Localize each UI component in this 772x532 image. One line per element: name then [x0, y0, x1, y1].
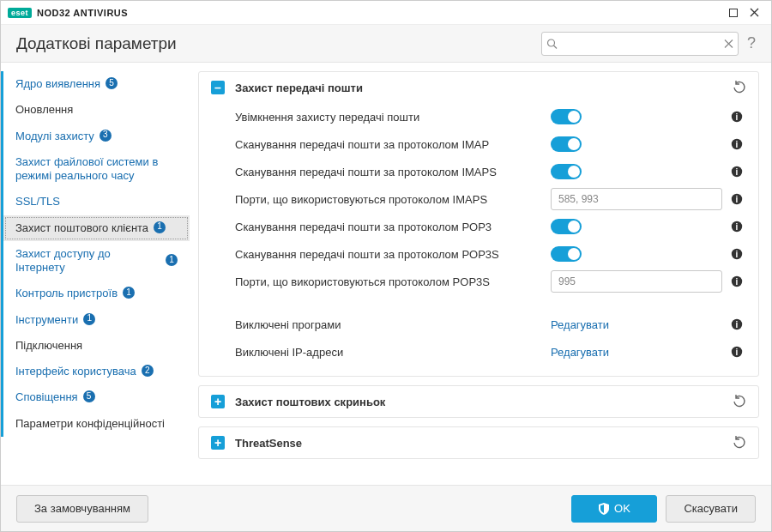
info-button[interactable]: i: [731, 248, 746, 260]
ok-button-label: OK: [614, 502, 630, 515]
panel-header[interactable]: Захист передачі пошти: [199, 72, 758, 103]
sidebar-item-connection[interactable]: Підключення: [3, 333, 190, 359]
sidebar-badge: 1: [166, 254, 178, 266]
sidebar-item-label: Ядро виявлення: [15, 77, 100, 91]
revert-button[interactable]: [733, 395, 746, 408]
revert-button[interactable]: [733, 81, 746, 94]
sidebar-item-label: Захист поштового клієнта: [15, 221, 148, 235]
setting-label-imaps-ports: Порти, що використовуються протоколом IM…: [235, 193, 542, 206]
sidebar-item-update[interactable]: Оновлення: [3, 97, 190, 123]
sidebar-badge: 2: [142, 365, 154, 377]
clear-search-icon[interactable]: [724, 39, 733, 48]
sidebar-item-web-access[interactable]: Захист доступу до Інтернету 1: [3, 241, 190, 281]
info-icon: i: [731, 346, 743, 358]
panel-title: Захист передачі пошти: [235, 82, 733, 94]
search-box[interactable]: [541, 32, 739, 56]
edit-excluded-ips-link[interactable]: Редагувати: [551, 346, 609, 359]
panel-threatsense: ThreatSense: [198, 426, 759, 459]
info-button[interactable]: i: [731, 275, 746, 287]
sidebar-badge: 1: [154, 221, 166, 233]
sidebar-item-device-control[interactable]: Контроль пристроїв 1: [3, 281, 190, 306]
undo-icon: [733, 81, 746, 94]
info-icon: i: [731, 275, 743, 287]
maximize-button[interactable]: [723, 3, 744, 23]
sidebar-item-ssl-tls[interactable]: SSL/TLS: [3, 189, 190, 215]
toggle-scan-pop3[interactable]: [551, 219, 582, 234]
setting-label-pop3s-ports: Порти, що використовуються протоколом PO…: [235, 275, 542, 288]
svg-rect-0: [730, 9, 738, 16]
info-button[interactable]: i: [731, 346, 746, 358]
info-button[interactable]: i: [731, 318, 746, 330]
sidebar-item-privacy[interactable]: Параметри конфіденційності: [3, 411, 190, 437]
sidebar-badge: 1: [123, 287, 135, 299]
toggle-scan-pop3s[interactable]: [551, 246, 582, 262]
sidebar-item-label: Захист доступу до Інтернету: [15, 247, 160, 275]
cancel-button[interactable]: Скасувати: [666, 495, 756, 523]
sidebar-badge: 1: [83, 313, 95, 325]
sidebar-item-tools[interactable]: Інструменти 1: [3, 307, 190, 333]
info-button[interactable]: i: [731, 138, 746, 150]
setting-label-excluded-ips: Виключені IP-адреси: [235, 346, 542, 359]
content-area: Захист передачі пошти Увімкнення захисту…: [190, 63, 771, 485]
svg-text:i: i: [736, 167, 739, 177]
setting-label-scan-imaps: Сканування передачі пошти за протоколом …: [235, 166, 542, 178]
help-button[interactable]: ?: [747, 34, 756, 52]
toggle-enable-email-protection[interactable]: [551, 109, 582, 124]
sidebar-item-label: Захист файлової системи в режимі реально…: [15, 155, 178, 184]
sidebar-item-label: Оновлення: [15, 103, 73, 117]
panel-title: Захист поштових скриньок: [235, 396, 733, 408]
setting-label-enable-email-protection: Увімкнення захисту передачі пошти: [235, 111, 542, 124]
sidebar-item-protection-modules[interactable]: Модулі захисту 3: [3, 124, 190, 149]
svg-text:i: i: [736, 140, 739, 149]
sidebar-item-label: Підключення: [15, 339, 82, 353]
panel-header[interactable]: ThreatSense: [199, 427, 758, 458]
close-button[interactable]: [744, 3, 764, 23]
info-icon: i: [731, 318, 743, 330]
expand-icon: [211, 395, 225, 408]
info-icon: i: [731, 193, 743, 205]
info-button[interactable]: i: [731, 166, 746, 178]
setting-label-scan-imap: Сканування передачі пошти за протоколом …: [235, 138, 542, 151]
toggle-scan-imaps[interactable]: [551, 164, 582, 179]
svg-text:i: i: [736, 222, 739, 232]
brand-badge: eset: [8, 8, 32, 18]
svg-text:i: i: [736, 250, 739, 259]
sidebar: Ядро виявлення 5 Оновлення Модулі захист…: [1, 63, 190, 485]
panel-mailbox-protection: Захист поштових скриньок: [198, 385, 759, 418]
sidebar-badge: 5: [106, 77, 118, 89]
defaults-button[interactable]: За замовчуванням: [16, 495, 148, 523]
sidebar-item-label: Контроль пристроїв: [15, 287, 118, 300]
search-input[interactable]: [541, 32, 739, 56]
sidebar-item-realtime-fs[interactable]: Захист файлової системи в режимі реально…: [3, 149, 190, 190]
sidebar-item-notifications[interactable]: Сповіщення 5: [3, 384, 190, 410]
sidebar-item-label: SSL/TLS: [15, 195, 60, 209]
toggle-scan-imap[interactable]: [551, 136, 582, 152]
edit-excluded-apps-link[interactable]: Редагувати: [551, 318, 609, 331]
input-imaps-ports[interactable]: [551, 188, 722, 210]
setting-label-scan-pop3: Сканування передачі пошти за протоколом …: [235, 221, 542, 233]
info-icon: i: [731, 111, 743, 123]
info-icon: i: [731, 221, 743, 233]
panel-header[interactable]: Захист поштових скриньок: [199, 386, 758, 417]
sidebar-item-email-client[interactable]: Захист поштового клієнта 1: [3, 215, 190, 241]
svg-text:i: i: [736, 195, 739, 204]
shield-icon: [599, 503, 609, 515]
ok-button[interactable]: OK: [571, 495, 657, 523]
setting-label-excluded-apps: Виключені програми: [235, 318, 542, 331]
info-icon: i: [731, 248, 743, 260]
info-button[interactable]: i: [731, 111, 746, 123]
info-button[interactable]: i: [731, 193, 746, 205]
square-icon: [729, 9, 738, 17]
sidebar-item-label: Параметри конфіденційності: [15, 417, 165, 431]
info-button[interactable]: i: [731, 221, 746, 233]
sidebar-badge: 5: [83, 390, 95, 402]
sidebar-item-detection-engine[interactable]: Ядро виявлення 5: [3, 71, 190, 97]
revert-button[interactable]: [733, 436, 746, 450]
sidebar-item-label: Сповіщення: [15, 390, 78, 404]
info-icon: i: [731, 166, 743, 178]
input-pop3s-ports[interactable]: [551, 270, 722, 293]
sidebar-item-label: Інтерфейс користувача: [15, 365, 136, 378]
expand-icon: [211, 436, 225, 450]
product-name: NOD32 ANTIVIRUS: [37, 8, 128, 18]
sidebar-item-ui[interactable]: Інтерфейс користувача 2: [3, 359, 190, 384]
